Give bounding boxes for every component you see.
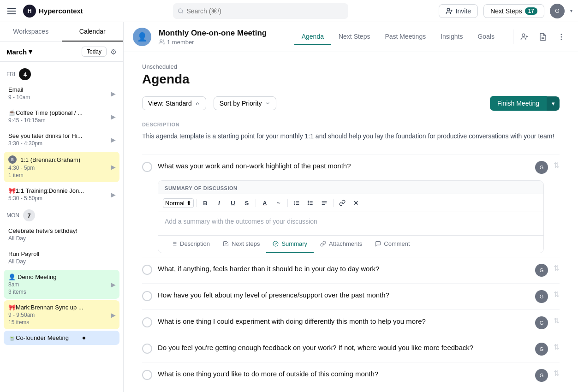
checkbox-circle[interactable] [142, 162, 152, 172]
editor-toolbar: Normal ⬍ B I U S A ~ [158, 194, 543, 212]
toolbar-separator [256, 199, 256, 207]
checkbox-circle[interactable] [142, 370, 152, 380]
checkbox-circle[interactable] [142, 344, 152, 354]
list-item[interactable]: 👤 Demo Meeting 8am 3 items ▶ [4, 270, 119, 299]
search-input[interactable] [187, 7, 344, 15]
reorder-icon[interactable]: ⇅ [554, 369, 560, 378]
italic-button[interactable]: I [213, 197, 226, 209]
user-menu-chevron[interactable]: ▾ [570, 8, 572, 13]
today-button[interactable]: Today [82, 47, 107, 57]
tab-summary[interactable]: Summary [266, 236, 314, 253]
strikethrough-button[interactable]: S [240, 197, 253, 209]
search-bar[interactable] [173, 3, 348, 19]
invite-button[interactable]: Invite [439, 4, 478, 18]
list-item[interactable]: 🎀Mark:Brennan Sync up ... 9 - 9:50am 15 … [4, 300, 119, 329]
checkbox-circle[interactable] [142, 291, 152, 301]
nav-next-steps[interactable]: Next Steps [331, 29, 377, 45]
view-select[interactable]: View: Standard [142, 96, 206, 110]
more-icon[interactable] [554, 30, 569, 44]
next-steps-tab-icon [223, 241, 229, 247]
reorder-icon[interactable]: ⇅ [554, 290, 560, 299]
tab-summary-label: Summary [281, 240, 307, 247]
add-member-icon[interactable] [517, 30, 532, 44]
reorder-icon[interactable]: ⇅ [554, 264, 560, 273]
list-item[interactable]: See you later drinks for Hi... 3:30 - 4:… [4, 129, 119, 150]
finish-meeting-button[interactable]: Finish Meeting ▾ [490, 96, 560, 111]
svg-point-0 [179, 9, 183, 13]
underline-button[interactable]: U [226, 197, 239, 209]
event-items: 3 items [8, 289, 115, 295]
event-title: 🎀Mark:Brennan Sync up ... [8, 304, 115, 311]
list-item[interactable]: 🍵Co-founder Meeting [4, 331, 119, 345]
highlight-button[interactable]: ~ [272, 197, 285, 209]
text-color-button[interactable]: A [258, 197, 271, 209]
reorder-icon[interactable]: ⇅ [554, 161, 560, 170]
notes-icon[interactable] [536, 30, 550, 44]
agenda-toolbar: View: Standard Sort by Priority Finish M… [142, 96, 560, 111]
link-button[interactable] [336, 197, 349, 209]
nav-insights[interactable]: Insights [433, 29, 470, 45]
summary-tab-icon [273, 241, 279, 247]
finish-main-button[interactable]: Finish Meeting [490, 96, 547, 111]
next-steps-label: Next Steps [490, 7, 522, 15]
menu-icon[interactable] [6, 6, 18, 16]
event-title: Run Payroll [8, 250, 115, 257]
reorder-icon[interactable]: ⇅ [554, 316, 560, 325]
tab-next-steps[interactable]: Next steps [216, 236, 266, 253]
tab-description[interactable]: Description [165, 236, 216, 253]
next-steps-button[interactable]: Next Steps 17 [483, 4, 544, 18]
month-selector[interactable]: March ▾ [6, 48, 32, 56]
top-nav: H Hypercontext Invite Next Steps 17 G ▾ [0, 0, 578, 22]
svg-point-21 [308, 204, 309, 205]
finish-dropdown-button[interactable]: ▾ [547, 96, 560, 111]
invite-label: Invite [456, 7, 471, 15]
unordered-list-button[interactable] [304, 197, 317, 209]
day-abbr-mon: MON [6, 212, 19, 219]
list-item[interactable]: Email 9 - 10am ▶ [4, 83, 119, 104]
tab-calendar[interactable]: Calendar [62, 22, 124, 42]
discussion-panel: SUMMARY OF DISCUSSION Normal ⬍ B I U S A… [158, 180, 544, 253]
editor-body[interactable]: Add a summary with the outcomes of your … [158, 212, 543, 235]
nav-agenda[interactable]: Agenda [294, 29, 331, 45]
avatar: B [8, 155, 17, 164]
summary-tabs: Description Next steps Summary Attachmen… [158, 235, 543, 253]
checkbox-circle[interactable] [142, 317, 152, 327]
list-item[interactable]: 🎀1:1 Training:Donnie Jon... 5:30 - 5:50p… [4, 184, 119, 205]
list-item[interactable]: ☕Coffee Time (optional / ... 9:45 - 10:1… [4, 106, 119, 127]
description-text: This agenda template is a starting point… [142, 131, 560, 141]
settings-icon[interactable]: ⚙ [110, 48, 117, 56]
user-avatar[interactable]: G [550, 4, 565, 18]
nav-goals[interactable]: Goals [470, 29, 502, 45]
person-icon: 👤 [8, 273, 16, 280]
toolbar-separator [333, 199, 334, 207]
toolbar-separator [287, 199, 288, 207]
checkbox-circle[interactable] [142, 265, 152, 275]
list-item[interactable]: Celebrate hetvi's birthday! All Day [4, 224, 119, 245]
content-area: 👤 Monthly One-on-one Meeting 1 member Ag… [124, 22, 578, 392]
meeting-header: 👤 Monthly One-on-one Meeting 1 member Ag… [124, 22, 578, 52]
clear-format-button[interactable]: ✕ [350, 197, 363, 209]
bold-button[interactable]: B [199, 197, 212, 209]
nav-past-meetings[interactable]: Past Meetings [377, 29, 433, 45]
members-count: 1 member [167, 39, 194, 46]
tab-comment[interactable]: Comment [369, 236, 416, 253]
tab-attachments[interactable]: Attachments [314, 236, 369, 253]
list-item[interactable]: B 1:1 (Brennan:Graham) 4:30 - 5pm 1 item… [4, 152, 119, 182]
svg-point-11 [561, 36, 562, 37]
svg-point-5 [522, 34, 525, 36]
tab-workspaces[interactable]: Workspaces [0, 22, 62, 42]
sort-select[interactable]: Sort by Priority [214, 96, 276, 110]
event-time: 3:30 - 4:30pm [8, 140, 115, 147]
svg-point-4 [160, 40, 162, 42]
ordered-list-button[interactable] [290, 197, 303, 209]
tab-comment-label: Comment [384, 240, 410, 247]
style-select[interactable]: Normal ⬍ [163, 198, 194, 208]
list-item[interactable]: Run Payroll All Day [4, 247, 119, 268]
reorder-icon[interactable]: ⇅ [554, 343, 560, 351]
sort-chevron [265, 101, 270, 106]
align-button[interactable] [318, 197, 331, 209]
meeting-nav-actions [513, 30, 569, 44]
video-icon: ▶ [111, 311, 116, 319]
event-time: 4:30 - 5pm [8, 165, 115, 171]
event-title: Celebrate hetvi's birthday! [8, 227, 115, 234]
